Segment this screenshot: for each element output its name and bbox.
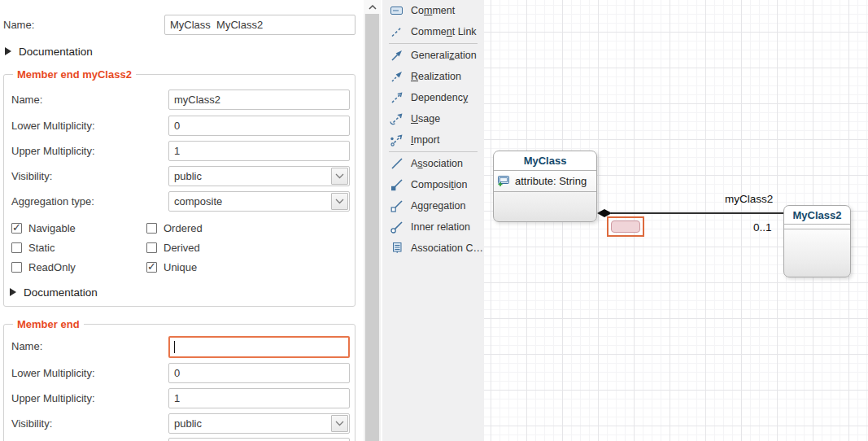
documentation-toggle-top[interactable]: Documentation	[5, 44, 93, 59]
composition-icon	[390, 177, 404, 192]
class-node-myclass[interactable]: MyClass attribute: String	[493, 151, 597, 222]
palette-item-association[interactable]: Association	[382, 153, 484, 174]
class-operations-compartment	[784, 229, 850, 277]
aggregation-value: composite	[174, 192, 222, 211]
palette-divider	[389, 151, 478, 152]
palette-item-usage[interactable]: Usage	[382, 108, 484, 129]
name-label: Name:	[11, 90, 42, 110]
generalization-icon	[390, 48, 404, 63]
checkbox-icon[interactable]	[11, 262, 22, 273]
member-end-myclass2-legend: Member end myClass2	[13, 68, 136, 81]
palette-item-association-class[interactable]: Association C…	[382, 238, 484, 259]
palette-item-composition[interactable]: Composition	[382, 174, 484, 195]
checkbox-label: Static	[28, 242, 55, 254]
chevron-down-icon[interactable]	[331, 193, 348, 210]
palette-item-comment[interactable]: Comment	[382, 0, 484, 21]
checkbox-ordered[interactable]: Ordered	[146, 222, 203, 234]
member-end2-lower-multiplicity-input[interactable]	[168, 363, 350, 383]
visibility-value: public	[174, 167, 202, 186]
selected-edge-label[interactable]	[607, 216, 644, 237]
attribute-icon	[497, 175, 511, 187]
diagram-canvas[interactable]: MyClass attribute: String MyClass2 myCla…	[484, 0, 868, 441]
checkbox-label: Derived	[164, 242, 200, 254]
checkbox-label: Navigable	[28, 222, 76, 234]
properties-panel: Name: Documentation Member end myClass2 …	[0, 0, 364, 441]
member-end1-aggregation-select[interactable]: composite	[168, 191, 350, 212]
association-end-name-label[interactable]: myClass2	[725, 193, 773, 205]
checkbox-icon[interactable]	[146, 223, 157, 234]
edge-label-placeholder	[611, 220, 640, 233]
inner-relation-icon	[390, 220, 404, 234]
checkbox-derived[interactable]: Derived	[146, 242, 200, 254]
member-end2-visibility-select[interactable]: public	[168, 413, 350, 434]
attribute-text: attribute: String	[515, 175, 587, 187]
member-end-legend: Member end	[13, 318, 84, 330]
palette-item-generalization[interactable]: Generalization	[382, 45, 484, 66]
dependency-icon	[390, 90, 404, 105]
palette-divider	[389, 43, 478, 44]
member-end1-visibility-select[interactable]: public	[168, 166, 350, 186]
visibility-label: Visibility:	[11, 166, 52, 186]
documentation-toggle-label: Documentation	[19, 46, 93, 58]
checkbox-icon[interactable]	[146, 242, 157, 253]
comment-link-icon	[390, 24, 404, 39]
panel-scrollbar[interactable]	[364, 0, 381, 441]
palette-item-comment-link[interactable]: Comment Link	[382, 21, 484, 42]
realization-icon	[390, 69, 404, 84]
chevron-down-icon[interactable]	[331, 415, 348, 432]
class-operations-compartment	[494, 192, 596, 221]
uml-editor-window: Name: Documentation Member end myClass2 …	[0, 0, 868, 441]
text-caret	[174, 341, 175, 353]
aggregation-type-label: Aggregation type:	[11, 191, 94, 212]
checkbox-icon[interactable]	[11, 242, 22, 253]
palette-item-inner-relation[interactable]: Inner relation	[382, 216, 484, 238]
lower-multiplicity-label: Lower Multiplicity:	[11, 116, 95, 136]
palette-item-dependency[interactable]: Dependency	[382, 87, 484, 108]
chevron-down-icon[interactable]	[331, 168, 348, 185]
member-end2-name-input[interactable]	[168, 336, 350, 358]
class-name[interactable]: MyClass	[494, 151, 596, 171]
name-label: Name:	[11, 336, 42, 356]
upper-multiplicity-label: Upper Multiplicity:	[11, 388, 95, 408]
expand-triangle-icon	[5, 47, 11, 55]
checkbox-label: Unique	[164, 261, 197, 273]
lower-multiplicity-label: Lower Multiplicity:	[11, 363, 95, 383]
checkbox-icon[interactable]	[11, 223, 22, 234]
visibility-label: Visibility:	[11, 413, 52, 434]
checkbox-readonly[interactable]: ReadOnly	[11, 261, 76, 273]
class-name[interactable]: MyClass2	[784, 206, 850, 225]
documentation-toggle-label: Documentation	[24, 286, 98, 299]
member-end1-lower-multiplicity-input[interactable]	[168, 116, 350, 136]
palette-item-import[interactable]: Import	[382, 129, 484, 151]
visibility-value: public	[174, 414, 202, 433]
documentation-toggle-member-end1[interactable]: Documentation	[10, 285, 98, 299]
chevron-up-icon	[369, 5, 377, 10]
palette-item-aggregation[interactable]: Aggregation	[382, 195, 484, 216]
checkbox-static[interactable]: Static	[11, 242, 55, 254]
usage-icon	[390, 111, 404, 126]
checkbox-label: ReadOnly	[28, 261, 76, 273]
member-end2-upper-multiplicity-input[interactable]	[168, 388, 350, 408]
expand-triangle-icon	[10, 288, 16, 296]
checkbox-unique[interactable]: Unique	[146, 261, 197, 273]
class-node-myclass2[interactable]: MyClass2	[783, 205, 851, 277]
palette-item-realization[interactable]: Realization	[382, 66, 484, 87]
import-icon	[390, 133, 404, 147]
aggregation-icon	[390, 199, 404, 213]
upper-multiplicity-label: Upper Multiplicity:	[11, 141, 95, 161]
member-end2-next-field-partial[interactable]	[168, 438, 350, 441]
checkbox-navigable[interactable]: Navigable	[11, 222, 76, 234]
association-multiplicity-label[interactable]: 0..1	[753, 221, 772, 234]
class-attribute-row[interactable]: attribute: String	[494, 171, 596, 192]
scrollbar-up-button[interactable]	[364, 0, 381, 14]
association-icon	[390, 156, 404, 171]
checkbox-icon[interactable]	[146, 262, 157, 273]
association-name-label: Name:	[3, 15, 34, 35]
comment-icon	[390, 3, 404, 18]
checkbox-label: Ordered	[164, 222, 203, 234]
member-end1-name-input[interactable]	[168, 90, 350, 110]
association-class-icon	[390, 241, 404, 255]
member-end1-upper-multiplicity-input[interactable]	[168, 141, 350, 161]
scrollbar-thumb[interactable]	[365, 14, 379, 441]
association-name-input[interactable]	[164, 15, 355, 35]
